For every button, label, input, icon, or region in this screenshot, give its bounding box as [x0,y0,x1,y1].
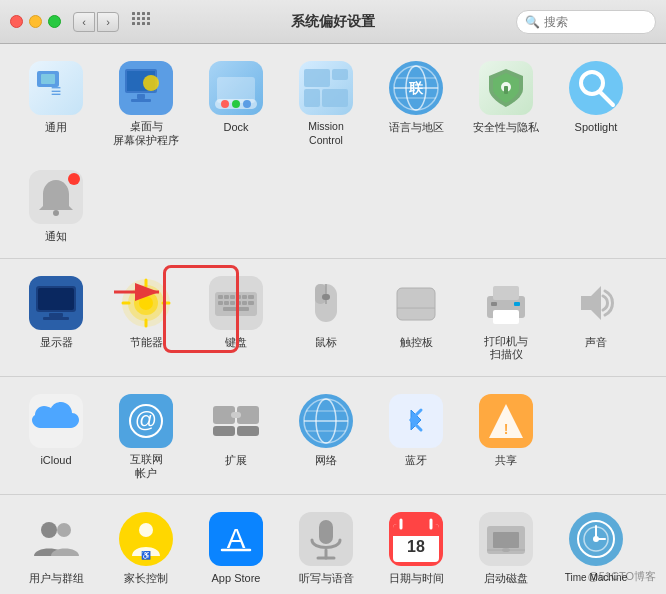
svg-rect-74 [493,286,519,300]
trackpad-icon [388,275,444,331]
svg-point-47 [139,296,153,310]
item-security[interactable]: 安全性与隐私 [466,54,546,140]
svg-rect-60 [218,301,223,305]
keyboard-label: 键盘 [225,335,247,349]
item-appstore[interactable]: A App Store [196,505,276,591]
svg-rect-66 [223,307,249,311]
section-row-2: 显示器 节能器 [16,269,650,368]
minimize-button[interactable] [29,15,42,28]
svg-rect-71 [397,288,435,320]
language-label: 语言与地区 [389,120,444,134]
mouse-icon [298,275,354,331]
item-parental[interactable]: ♿ 家长控制 [106,505,186,591]
item-mouse[interactable]: 鼠标 [286,269,366,355]
energy-icon [118,275,174,331]
item-startup[interactable]: 启动磁盘 [466,505,546,591]
spotlight-label: Spotlight [575,120,618,134]
item-energy[interactable]: 节能器 [106,269,186,355]
svg-rect-119 [493,532,519,548]
svg-rect-43 [43,317,69,320]
item-datetime[interactable]: 18 日期与时间 [376,505,456,591]
svg-rect-59 [248,295,254,299]
svg-rect-113 [393,530,439,536]
appstore-icon: A [208,511,264,567]
svg-rect-62 [230,301,235,305]
item-desktop[interactable]: 桌面与屏幕保护程序 [106,54,186,153]
back-button[interactable]: ‹ [73,12,95,32]
trackpad-label: 触控板 [400,335,433,349]
sound-label: 声音 [585,335,607,349]
extensions-icon [208,393,264,449]
svg-point-15 [232,100,240,108]
svg-text:≡: ≡ [51,81,62,101]
item-language[interactable]: 联 语言与地区 [376,54,456,140]
item-extensions[interactable]: 扩展 [196,387,276,473]
forward-button[interactable]: › [97,12,119,32]
mission-icon [298,60,354,116]
item-keyboard[interactable]: 键盘 [196,269,276,355]
item-trackpad[interactable]: 触控板 [376,269,456,355]
item-sharing[interactable]: ! 共享 [466,387,546,473]
datetime-icon: 18 [388,511,444,567]
svg-rect-75 [493,310,519,324]
item-bluetooth[interactable]: 蓝牙 [376,387,456,473]
svg-rect-42 [49,313,63,317]
svg-rect-19 [332,69,348,80]
svg-rect-56 [230,295,235,299]
all-apps-button[interactable] [129,10,153,34]
parental-icon: ♿ [118,511,174,567]
search-input[interactable] [544,15,647,29]
item-display[interactable]: 显示器 [16,269,96,355]
section-personal: ≡ 通用 桌面与屏幕保护程序 [0,44,666,259]
search-box[interactable]: 🔍 [516,10,656,34]
svg-rect-85 [213,426,235,436]
maximize-button[interactable] [48,15,61,28]
svg-rect-64 [242,301,247,305]
network-icon [298,393,354,449]
svg-rect-8 [137,94,145,99]
svg-rect-63 [236,301,241,305]
svg-rect-58 [242,295,247,299]
svg-point-101 [139,523,153,537]
svg-rect-54 [218,295,223,299]
svg-point-98 [41,522,57,538]
startup-label: 启动磁盘 [484,571,528,585]
item-printer[interactable]: 打印机与扫描仪 [466,269,546,368]
item-dock[interactable]: Dock [196,54,276,140]
watermark: @51CTO博客 [588,569,656,584]
parental-label: 家长控制 [124,571,168,585]
item-general[interactable]: ≡ 通用 [16,54,96,140]
item-icloud[interactable]: iCloud [16,387,96,473]
svg-point-10 [143,75,159,91]
svg-rect-20 [304,89,320,107]
item-mission[interactable]: MissionControl [286,54,366,153]
item-notification[interactable]: 通知 [16,163,96,249]
svg-rect-77 [514,302,520,306]
svg-point-32 [569,61,623,115]
item-internet[interactable]: @ 互联网帐户 [106,387,186,486]
svg-rect-87 [231,412,241,418]
svg-point-14 [221,100,229,108]
svg-text:18: 18 [407,538,425,555]
item-network[interactable]: 网络 [286,387,366,473]
item-users[interactable]: 用户与群组 [16,505,96,591]
item-dictation[interactable]: 听写与语音 [286,505,366,591]
item-sound[interactable]: 声音 [556,269,636,355]
item-spotlight[interactable]: Spotlight [556,54,636,140]
internet-label: 互联网帐户 [130,453,163,480]
icloud-label: iCloud [40,453,71,467]
search-icon: 🔍 [525,15,540,29]
dictation-icon [298,511,354,567]
svg-rect-61 [224,301,229,305]
dictation-label: 听写与语音 [299,571,354,585]
close-button[interactable] [10,15,23,28]
display-label: 显示器 [40,335,73,349]
users-icon [28,511,84,567]
svg-rect-18 [304,69,330,87]
network-label: 网络 [315,453,337,467]
section-hardware: 显示器 节能器 [0,259,666,377]
svg-marker-78 [581,286,601,320]
printer-icon [478,275,534,331]
svg-rect-57 [236,295,241,299]
svg-rect-107 [319,520,333,544]
